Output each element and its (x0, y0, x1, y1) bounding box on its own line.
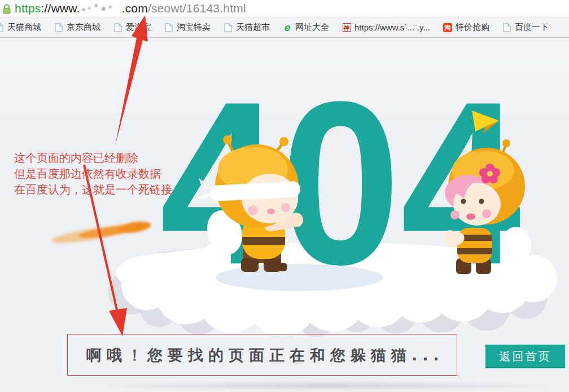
page-icon (502, 23, 511, 32)
bookmark-label: 京东商城 (67, 22, 100, 33)
url-protocol: https (15, 2, 41, 15)
bookmark-label: 淘宝特卖 (177, 22, 211, 33)
annotation-rectangle (67, 334, 457, 376)
url-path: /seowt/16143.html (148, 2, 246, 15)
bookmark-tmall[interactable]: 天猫商城 (0, 22, 41, 33)
page-icon (113, 23, 122, 32)
tao-red-icon: 淘 (443, 23, 452, 32)
bottom-shadow (85, 381, 569, 390)
bookmark-jd[interactable]: 京东商城 (54, 22, 100, 33)
ssl-lock-icon (2, 4, 11, 14)
page-icon (224, 23, 233, 32)
bookmark-tmall-market[interactable]: 天猫超市 (224, 22, 270, 33)
shen-red-icon: 神 (343, 23, 351, 32)
bookmark-tejia-qianggou[interactable]: 淘 特价抢购 (443, 22, 489, 33)
page-icon (164, 23, 173, 32)
green-e-icon: e (283, 23, 292, 32)
bookmark-label: 百度一下 (515, 22, 549, 33)
page-icon (54, 23, 63, 32)
url-tld: .com (122, 2, 148, 15)
url-text: https://www..com/seowt/16143.html (15, 2, 246, 15)
annotation-note: 这个页面的内容已经删除 但是百度那边依然有收录数据 在百度认为，这就是一个死链接… (14, 150, 175, 197)
return-home-button[interactable]: 返回首页 (485, 345, 565, 368)
bookmark-label: 天猫超市 (236, 22, 270, 33)
bookmark-url-shen[interactable]: 神 https://www.s´...¨.y... (342, 23, 430, 32)
annotation-line: 但是百度那边依然有收录数据 (14, 166, 175, 182)
bookmarks-bar: 天猫商城 京东商城 爱淘宝 淘宝特卖 天猫超市 e 网址大全 神 https:/… (0, 17, 569, 38)
page-icon (0, 23, 4, 32)
address-bar[interactable]: https://www..com/seowt/16143.html (0, 0, 569, 17)
bookmark-label: 网址大全 (295, 22, 329, 33)
bookmark-baidu[interactable]: 百度一下 (502, 22, 549, 33)
url-host-prefix: ://www. (41, 2, 80, 15)
url-domain-obscured (80, 3, 122, 12)
bookmark-taobao-temai[interactable]: 淘宝特卖 (164, 22, 211, 33)
annotation-line: 这个页面的内容已经删除 (14, 150, 175, 166)
bookmark-label: 天猫商城 (7, 22, 41, 33)
bookmark-label: https://www.s´...¨.y... (354, 23, 430, 32)
bookmark-aitaobao[interactable]: 爱淘宝 (113, 22, 151, 33)
annotation-line: 在百度认为，这就是一个死链接. (14, 182, 175, 197)
bookmark-label: 爱淘宝 (126, 22, 151, 33)
bookmark-label: 特价抢购 (456, 22, 489, 33)
bookmark-wangzhi-daquan[interactable]: e 网址大全 (283, 22, 329, 33)
